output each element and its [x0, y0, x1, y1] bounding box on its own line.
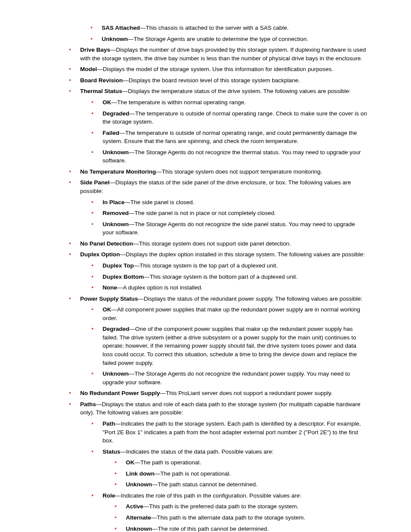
- description: —Displays the status of the side panel o…: [80, 179, 351, 194]
- description: —The temperature is outside of normal op…: [103, 130, 357, 145]
- description: —The role of this path cannot be determi…: [152, 526, 269, 532]
- term: Path: [103, 420, 115, 427]
- list-item: Active—This path is the preferred data p…: [115, 502, 368, 511]
- description: —The Storage Agents are unable to determ…: [128, 36, 308, 42]
- term: Duplex Option: [80, 251, 120, 258]
- description: —The side panel is closed.: [125, 199, 194, 205]
- list-item: Path—Indicates the path to the storage s…: [91, 420, 368, 445]
- sublist: OK—The path is operational.Link down—The…: [103, 458, 368, 489]
- list-item: Duplex Option—Displays the duplex option…: [69, 250, 368, 292]
- term: No Panel Detection: [80, 240, 133, 247]
- main-list: Drive Bays—Displays the number of drive …: [43, 46, 368, 532]
- list-item: Removed—The side panel is not in place o…: [91, 209, 368, 218]
- term: Paths: [80, 401, 96, 408]
- list-item: Degraded—The temperature is outside of n…: [91, 109, 368, 126]
- term: Duplex Top: [103, 262, 134, 269]
- description: —The Storage Agents do not recognize the…: [103, 370, 350, 386]
- term: Degraded: [103, 326, 129, 332]
- list-item: Thermal Status—Displays the temperature …: [69, 87, 368, 165]
- term: Model: [80, 66, 97, 72]
- description: —This storage system is the bottom part …: [144, 274, 297, 280]
- description: —Displays the model of the storage syste…: [97, 66, 333, 72]
- term: In Place: [103, 199, 125, 205]
- term: Thermal Status: [80, 88, 122, 94]
- term: OK: [103, 99, 111, 106]
- description: —This path is the alternate data path to…: [151, 514, 305, 521]
- list-item: Side Panel—Displays the status of the si…: [69, 178, 368, 236]
- description: —The side panel is not in place or not c…: [129, 210, 276, 216]
- term: Link down: [126, 470, 155, 477]
- term: No Temperature Monitoring: [80, 168, 156, 175]
- description: —The path status cannot be determined.: [152, 481, 258, 488]
- term: Alternate: [126, 514, 151, 521]
- list-item: No Redundant Power Supply—This ProLiant …: [69, 389, 368, 398]
- list-item: Unknown—The Storage Agents do not recogn…: [91, 220, 368, 237]
- sublist: OK—All component power supplies that mak…: [80, 305, 368, 386]
- description: —Displays the temperature status of the …: [122, 88, 351, 94]
- list-item: Unknown—The Storage Agents are unable to…: [90, 35, 368, 44]
- description: —The path is not operational.: [155, 470, 231, 477]
- description: —A duplex option is not installed.: [117, 284, 203, 291]
- term: Unknown: [103, 370, 129, 377]
- description: —The path is operational.: [134, 459, 201, 466]
- list-item: Power Supply Status—Displays the status …: [69, 295, 368, 387]
- term: Unknown: [102, 36, 128, 42]
- description: —Displays the board revision level of th…: [123, 77, 300, 84]
- term: None: [103, 284, 117, 291]
- description: —This storage system is the top part of …: [134, 262, 278, 269]
- list-item: Board Revision—Displays the board revisi…: [69, 76, 368, 85]
- term: SAS Attached: [102, 25, 140, 31]
- list-item: SAS Attached—This chassis is attached to…: [90, 24, 368, 32]
- sublist: In Place—The side panel is closed.Remove…: [80, 198, 368, 237]
- term: Status: [103, 448, 120, 455]
- list-item: Failed—The temperature is outside of nor…: [91, 129, 368, 146]
- term: OK: [126, 459, 134, 466]
- term: Unknown: [126, 526, 152, 532]
- term: Active: [126, 503, 143, 510]
- description: —Indicates the path to the storage syste…: [103, 420, 361, 444]
- list-item: Unknown—The Storage Agents do not recogn…: [91, 370, 368, 386]
- list-item: Unknown—The role of this path cannot be …: [115, 525, 368, 532]
- list-item: Unknown—The path status cannot be determ…: [115, 480, 368, 489]
- description: —Displays the status of the redundant po…: [138, 296, 362, 302]
- list-item: Drive Bays—Displays the number of drive …: [69, 46, 368, 62]
- list-item: Duplex Top—This storage system is the to…: [91, 261, 368, 270]
- description: —The Storage Agents do not recognize the…: [103, 149, 361, 164]
- description: —All component power supplies that make …: [103, 306, 360, 321]
- term: No Redundant Power Supply: [80, 390, 160, 396]
- list-item: Status—Indicates the status of the data …: [91, 448, 368, 489]
- description: —This storage system does not support te…: [156, 168, 322, 175]
- term: Unknown: [126, 481, 152, 488]
- list-item: Alternate—This path is the alternate dat…: [115, 513, 368, 522]
- list-item: Model—Displays the model of the storage …: [69, 65, 368, 74]
- description: —This chassis is attached to the server …: [140, 25, 289, 31]
- term: Board Revision: [80, 77, 123, 84]
- list-item: Duplex Bottom—This storage system is the…: [91, 273, 368, 281]
- description: —This path is the preferred data path to…: [143, 503, 299, 510]
- description: —Indicates the role of this path in the …: [115, 492, 301, 499]
- description: —The temperature is within normal operat…: [111, 99, 246, 106]
- term: Role: [103, 492, 115, 499]
- term: Unknown: [103, 149, 129, 156]
- description: —Indicates the status of the data path. …: [120, 448, 274, 455]
- description: —Displays the status and role of each da…: [80, 401, 361, 416]
- description: —The Storage Agents do not recognize the…: [103, 221, 355, 236]
- term: Drive Bays: [80, 47, 110, 53]
- list-item: Degraded—One of the component power supp…: [91, 325, 368, 367]
- description: —Displays the number of drive bays provi…: [80, 47, 366, 62]
- list-item: OK—The path is operational.: [115, 458, 368, 467]
- list-item: Link down—The path is not operational.: [115, 470, 368, 478]
- list-item: In Place—The side panel is closed.: [91, 198, 368, 207]
- description: —This storage system does not support si…: [133, 240, 291, 247]
- sublist: Active—This path is the preferred data p…: [103, 502, 368, 532]
- page-content: SAS Attached—This chassis is attached to…: [0, 0, 411, 532]
- sublist: OK—The temperature is within normal oper…: [80, 98, 368, 165]
- term: Power Supply Status: [80, 296, 138, 302]
- list-item: OK—The temperature is within normal oper…: [91, 98, 368, 107]
- list-item: Unknown—The Storage Agents do not recogn…: [91, 148, 368, 165]
- term: Failed: [103, 130, 119, 136]
- description: —Displays the duplex option installed in…: [120, 251, 365, 258]
- sublist: Duplex Top—This storage system is the to…: [80, 261, 368, 292]
- description: —This ProLiant server does not support a…: [160, 390, 332, 396]
- list-item: No Panel Detection—This storage system d…: [69, 240, 368, 248]
